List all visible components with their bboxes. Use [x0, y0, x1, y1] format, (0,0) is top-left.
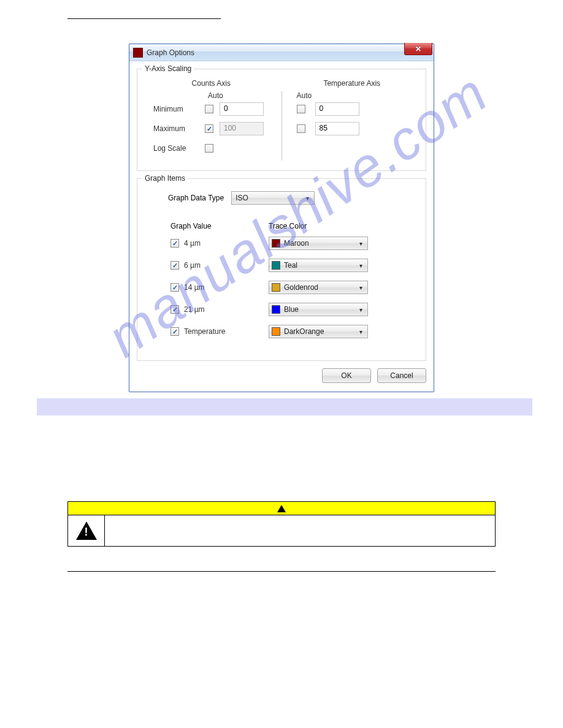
trace-label: 6 µm: [184, 261, 201, 270]
graph-options-dialog: Graph Options ✕ Y-Axis Scaling Counts Ax…: [129, 44, 434, 392]
counts-min-auto-checkbox[interactable]: [205, 105, 213, 113]
trace-enable-checkbox[interactable]: [170, 305, 179, 314]
trace-color-name: DarkOrange: [284, 327, 324, 336]
trace-color-name: Blue: [284, 305, 299, 314]
caution-text: [105, 515, 495, 546]
trace-color-name: Maroon: [284, 239, 309, 248]
temp-max-auto-checkbox[interactable]: [297, 124, 305, 133]
color-swatch: [272, 305, 280, 314]
counts-axis-header: Counts Axis: [150, 79, 273, 88]
trace-enable-checkbox[interactable]: [170, 327, 179, 336]
cancel-button[interactable]: Cancel: [377, 368, 426, 383]
trace-color-header: Trace Color: [269, 222, 307, 230]
trace-label: 14 µm: [184, 283, 205, 292]
trace-row: 14 µmGoldenrod: [152, 281, 411, 294]
dialog-titlebar[interactable]: Graph Options ✕: [129, 44, 434, 61]
trace-row: 21 µmBlue: [152, 303, 411, 316]
y-axis-scaling-group: Y-Axis Scaling Counts Axis Auto Minimum …: [137, 69, 426, 171]
graph-items-legend: Graph Items: [142, 174, 188, 183]
dialog-title: Graph Options: [147, 48, 194, 57]
close-button[interactable]: ✕: [404, 43, 432, 55]
color-swatch: [272, 239, 280, 248]
close-icon: ✕: [415, 45, 421, 53]
log-scale-checkbox[interactable]: [205, 144, 213, 153]
temp-min-auto-checkbox[interactable]: [297, 105, 305, 113]
trace-enable-checkbox[interactable]: [170, 283, 179, 292]
trace-enable-checkbox[interactable]: [170, 261, 179, 270]
trace-label: Temperature: [184, 327, 225, 336]
graph-items-group: Graph Items Graph Data Type ISO Graph Va…: [137, 178, 426, 361]
color-swatch: [272, 283, 280, 292]
temp-min-input[interactable]: 0: [315, 102, 359, 116]
trace-row: 4 µmMaroon: [152, 237, 411, 250]
color-swatch: [272, 327, 280, 336]
temperature-axis-column: Temperature Axis Auto 0 85: [287, 79, 418, 161]
trace-color-select[interactable]: Blue: [269, 303, 368, 316]
trace-row: TemperatureDarkOrange: [152, 325, 411, 338]
caution-header: [68, 502, 495, 515]
trace-color-name: Teal: [284, 261, 297, 270]
trace-enable-checkbox[interactable]: [170, 239, 179, 248]
graph-data-type-value: ISO: [236, 194, 248, 202]
counts-min-label: Minimum: [150, 105, 199, 113]
page-header-rule: [67, 18, 221, 19]
trace-label: 4 µm: [184, 239, 201, 248]
axis-divider: [282, 91, 282, 161]
warning-icon: [277, 505, 286, 512]
warning-triangle-icon: [76, 521, 97, 540]
counts-min-input[interactable]: 0: [220, 102, 264, 116]
counts-axis-column: Counts Axis Auto Minimum 0 Maximum 100: [146, 79, 277, 161]
page-footer-rule: [67, 571, 496, 572]
temperature-axis-header: Temperature Axis: [291, 79, 414, 88]
counts-max-input[interactable]: 100: [220, 122, 264, 135]
counts-max-auto-checkbox[interactable]: [205, 124, 213, 133]
counts-max-label: Maximum: [150, 124, 199, 133]
color-swatch: [272, 261, 280, 270]
trace-color-select[interactable]: DarkOrange: [269, 325, 368, 338]
y-axis-legend: Y-Axis Scaling: [142, 64, 194, 73]
trace-row: 6 µmTeal: [152, 259, 411, 272]
spacer-strip: [37, 398, 532, 415]
graph-value-header: Graph Value: [152, 222, 269, 230]
caution-box: [67, 501, 496, 547]
counts-auto-header: Auto: [208, 91, 273, 100]
app-icon: [133, 48, 143, 58]
log-scale-label: Log Scale: [150, 144, 199, 153]
ok-button[interactable]: OK: [322, 368, 371, 383]
trace-color-name: Goldenrod: [284, 283, 318, 292]
temp-auto-header: Auto: [297, 91, 414, 100]
trace-label: 21 µm: [184, 305, 205, 314]
trace-color-select[interactable]: Teal: [269, 259, 368, 272]
trace-color-select[interactable]: Maroon: [269, 237, 368, 250]
trace-color-select[interactable]: Goldenrod: [269, 281, 368, 294]
temp-max-input[interactable]: 85: [315, 122, 359, 135]
graph-data-type-select[interactable]: ISO: [231, 191, 315, 205]
graph-data-type-label: Graph Data Type: [168, 194, 224, 202]
